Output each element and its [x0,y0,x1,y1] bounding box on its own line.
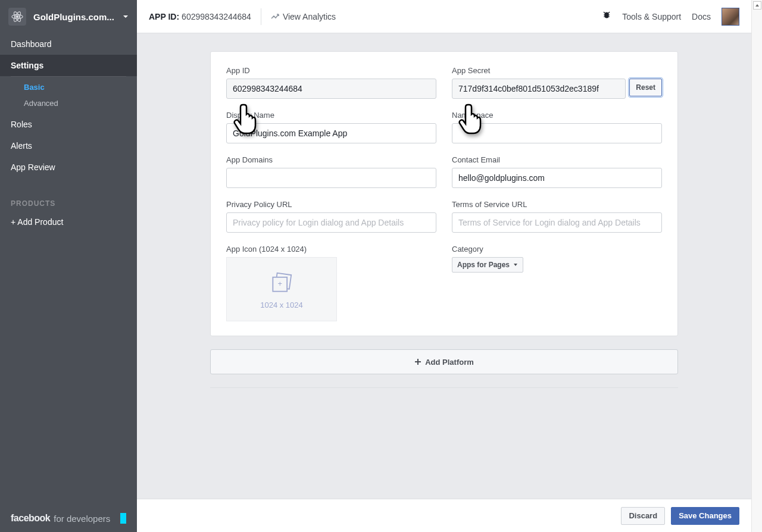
tools-support-link[interactable]: Tools & Support [622,12,681,21]
analytics-label: View Analytics [283,12,336,21]
products-label: PRODUCTS [0,178,137,214]
app-domains-input[interactable] [226,168,436,188]
sidebar-item-app-review[interactable]: App Review [0,157,137,178]
image-upload-icon: + [268,270,295,296]
app-icon-label: App Icon (1024 x 1024) [226,245,436,254]
app-icon-placeholder: 1024 x 1024 [260,301,303,309]
discard-button[interactable]: Discard [621,507,665,525]
category-select[interactable]: Apps for Pages [452,257,523,273]
scroll-up-icon[interactable] [753,1,761,10]
add-product-button[interactable]: + Add Product [0,214,137,230]
caret-down-icon [513,261,518,269]
scrollbar[interactable] [751,0,762,532]
footer-brand: facebook [11,513,50,524]
app-logo-icon [8,8,26,26]
sidebar-item-alerts[interactable]: Alerts [0,135,137,157]
app-icon-upload[interactable]: + 1024 x 1024 [226,257,337,321]
footer-indicator [120,513,126,524]
footer-bar: Discard Save Changes [137,499,751,532]
view-analytics-link[interactable]: View Analytics [271,12,336,21]
user-avatar[interactable] [722,8,739,26]
sidebar-footer: facebook for developers [0,505,137,532]
app-secret-input[interactable] [452,79,626,99]
display-name-label: Display Name [226,111,436,120]
bug-icon[interactable] [602,11,611,22]
sidebar: GoldPlugins.com... Dashboard Settings Ba… [0,0,137,532]
section-divider [210,387,678,388]
display-name-input[interactable] [226,123,436,143]
app-id-label: App ID [226,66,436,75]
contact-email-input[interactable] [452,168,662,188]
privacy-url-label: Privacy Policy URL [226,200,436,209]
sidebar-item-dashboard[interactable]: Dashboard [0,33,137,55]
topbar: APP ID: 602998343244684 View Analytics T… [137,0,751,33]
svg-text:+: + [278,279,283,288]
category-value: Apps for Pages [457,261,510,269]
sidebar-subitem-basic[interactable]: Basic [11,79,126,95]
settings-subnav: Basic Advanced [11,76,126,114]
app-switcher[interactable]: GoldPlugins.com... [0,0,137,33]
privacy-url-input[interactable] [226,212,436,233]
tos-url-input[interactable] [452,212,662,233]
app-domains-label: App Domains [226,155,436,164]
svg-point-0 [16,15,18,18]
add-platform-button[interactable]: Add Platform [210,349,678,374]
settings-card: App ID App Secret Reset Display Name Nam… [210,51,678,336]
reset-secret-button[interactable]: Reset [629,79,662,96]
app-secret-label: App Secret [452,66,662,75]
sidebar-subitem-advanced[interactable]: Advanced [11,95,126,111]
appid-value: 602998343244684 [182,12,251,21]
category-label: Category [452,245,662,254]
sidebar-nav: Dashboard Settings Basic Advanced Roles … [0,33,137,230]
docs-link[interactable]: Docs [692,12,711,21]
add-platform-label: Add Platform [425,358,474,367]
appid-label: APP ID: [149,12,179,21]
sidebar-item-settings[interactable]: Settings [0,55,137,76]
app-id-input[interactable] [226,79,436,99]
namespace-input[interactable] [452,123,662,143]
caret-down-icon [123,12,129,21]
namespace-label: Namespace [452,111,662,120]
save-changes-button[interactable]: Save Changes [671,507,739,525]
plus-icon [414,358,421,365]
analytics-icon [271,12,279,21]
divider [261,8,261,25]
main-content: App ID App Secret Reset Display Name Nam… [137,33,751,499]
contact-email-label: Contact Email [452,155,662,164]
tos-url-label: Terms of Service URL [452,200,662,209]
app-name: GoldPlugins.com... [33,12,120,22]
sidebar-item-roles[interactable]: Roles [0,114,137,135]
footer-suffix: for developers [54,514,110,524]
